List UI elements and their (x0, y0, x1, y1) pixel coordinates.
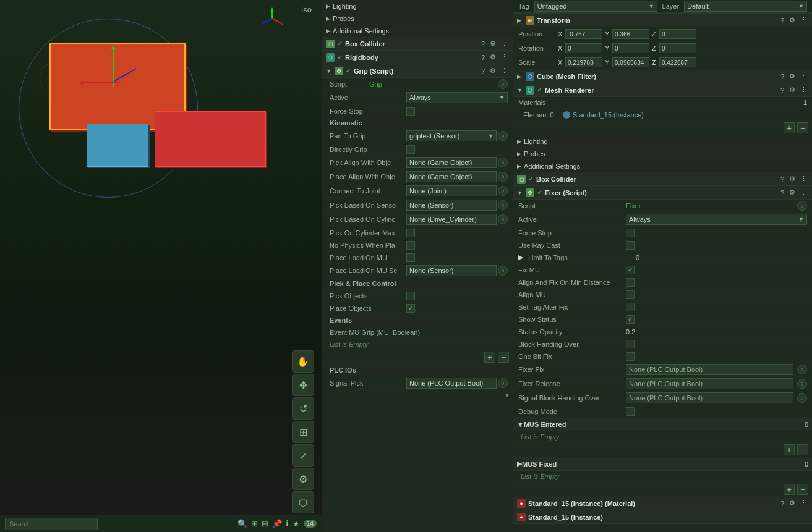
signal-pick-select[interactable]: None (PLC Output Bool) (406, 378, 497, 389)
rigidbody-help[interactable]: ? (480, 53, 486, 62)
scale-z-input[interactable] (659, 57, 696, 67)
section-lighting[interactable]: ▶ Lighting (322, 0, 513, 12)
rp-box-help[interactable]: ? (779, 175, 785, 184)
rp-box-menu[interactable]: ⋮ (799, 174, 808, 184)
fixer-script-circle[interactable]: ○ (797, 201, 807, 211)
tool-rotate[interactable]: ↺ (292, 397, 314, 420)
part-to-grip-select[interactable]: griptest (Sensor) ▼ (406, 130, 497, 141)
tool-rect[interactable]: ⤢ (292, 444, 314, 467)
box-collider-check[interactable]: ✓ (337, 40, 343, 48)
material-bottom-menu[interactable]: ⋮ (799, 499, 808, 508)
rot-x-input[interactable] (565, 43, 602, 53)
pick-cylinder-max-checkbox[interactable] (406, 229, 415, 237)
pick-align-circle[interactable]: ○ (498, 158, 508, 167)
material-bottom2-header[interactable]: ● Standard_15 (Instance) (513, 510, 812, 524)
tool-move[interactable]: ✥ (292, 374, 314, 396)
fixer-one-bit-check[interactable] (626, 352, 635, 361)
rot-y-input[interactable] (612, 43, 649, 53)
fixer-fix-circle[interactable]: ○ (797, 365, 807, 374)
mesh-renderer-header[interactable]: ▼ ⬡ ✓ Mesh Renderer ? ⚙ ⋮ (513, 83, 812, 97)
mesh-renderer-settings[interactable]: ⚙ (788, 85, 797, 95)
signal-block-select[interactable]: None (PLC Output Bool) (626, 392, 793, 403)
mus-fixed-section[interactable]: ▶ MUS Fixed 0 (513, 457, 812, 471)
tool-hand[interactable]: ✋ (292, 350, 314, 373)
material-bottom-help[interactable]: ? (779, 499, 785, 508)
transform-header[interactable]: ▶ ⊕ Transform ? ⚙ ⋮ (513, 14, 812, 27)
mus-fixed-add[interactable]: + (784, 484, 795, 495)
fixer-help[interactable]: ? (779, 188, 785, 197)
grip-menu[interactable]: ⋮ (500, 66, 509, 75)
grip-help[interactable]: ? (480, 67, 486, 75)
place-load-mu-select[interactable]: None (Sensor) (406, 265, 497, 276)
box-collider-header[interactable]: ◻ ✓ Box Collider ? ⚙ ⋮ (322, 37, 513, 51)
pick-sensor-select[interactable]: None (Sensor) (406, 200, 497, 211)
pos-y-input[interactable] (612, 29, 649, 39)
mesh-filter-header[interactable]: ▶ ⬡ Cube (Mesh Filter) ? ⚙ ⋮ (513, 70, 812, 83)
transform-help[interactable]: ? (779, 16, 785, 25)
fixer-ray-cast-check[interactable] (626, 241, 635, 250)
fixer-release-select[interactable]: None (PLC Output Bool) (626, 378, 793, 389)
pos-x-input[interactable] (565, 29, 602, 39)
signal-block-circle[interactable]: ○ (797, 393, 807, 403)
transform-menu[interactable]: ⋮ (799, 15, 808, 25)
icon-grid[interactable]: ⊞ (251, 519, 258, 528)
material-bottom-header[interactable]: ● Standard_15 (Instance) (Material) ? ⚙ … (513, 497, 812, 510)
rp-box-settings[interactable]: ⚙ (788, 174, 797, 184)
fixer-script-header[interactable]: ▼ ⚙ ✓ Fixer (Script) ? ⚙ ⋮ (513, 186, 812, 200)
grip-add-btn[interactable]: + (484, 352, 495, 363)
grip-script-header[interactable]: ▼ ⚙ ✓ Grip (Script) ? ⚙ ⋮ (322, 64, 513, 78)
directly-grip-checkbox[interactable] (406, 145, 415, 154)
mesh-renderer-menu[interactable]: ⋮ (799, 85, 808, 95)
layer-select[interactable]: Default ▼ (684, 1, 807, 12)
box-collider-help[interactable]: ? (480, 40, 486, 48)
tool-hex[interactable]: ⬡ (292, 491, 314, 513)
search-input[interactable] (5, 518, 98, 530)
pick-align-select[interactable]: None (Game Object) (406, 157, 497, 168)
grip-settings[interactable]: ⚙ (489, 66, 497, 75)
rp-probes[interactable]: ▶ Probes (513, 148, 812, 160)
mus-fixed-remove[interactable]: − (797, 484, 808, 495)
pick-cylinder-circle[interactable]: ○ (498, 214, 508, 224)
mus-entered-section[interactable]: ▼ MUS Entered 0 (513, 418, 812, 431)
rigidbody-header[interactable]: ⬡ ✓ Rigidbody ? ⚙ ⋮ (322, 51, 513, 64)
fixer-align-fix-check[interactable] (626, 278, 635, 287)
material-remove-btn[interactable]: − (797, 122, 808, 133)
grip-script-circle[interactable]: ○ (498, 79, 508, 89)
fixer-active-select[interactable]: Always ▼ (626, 214, 807, 225)
fixer-set-tag-check[interactable] (626, 303, 635, 311)
rp-additional[interactable]: ▶ Additional Settings (513, 160, 812, 172)
rigidbody-menu[interactable]: ⋮ (500, 53, 509, 62)
rp-box-collider-header[interactable]: ◻ ✓ Box Collider ? ⚙ ⋮ (513, 172, 812, 186)
no-physics-checkbox[interactable] (406, 241, 415, 250)
mesh-renderer-help[interactable]: ? (779, 86, 785, 95)
icon-zoom[interactable]: 🔍 (237, 519, 247, 528)
box-collider-settings[interactable]: ⚙ (489, 39, 497, 48)
material-add-btn[interactable]: + (784, 122, 795, 133)
mus-entered-remove[interactable]: − (797, 444, 808, 455)
scale-x-input[interactable] (565, 57, 602, 67)
fixer-block-handing-check[interactable] (626, 340, 635, 348)
fixer-force-stop-check[interactable] (626, 229, 635, 237)
grip-force-stop-checkbox[interactable] (406, 107, 415, 116)
fixer-fix-select[interactable]: None (PLC Output Bool) (626, 364, 793, 375)
fixer-fix-mu-check[interactable] (626, 266, 635, 274)
icon-pin[interactable]: 📌 (272, 519, 282, 528)
icon-star[interactable]: ★ (293, 519, 300, 528)
signal-pick-circle[interactable]: ○ (498, 378, 508, 388)
place-load-checkbox[interactable] (406, 253, 415, 262)
place-load-mu-circle[interactable]: ○ (498, 266, 508, 276)
blue-box[interactable] (87, 124, 148, 167)
icon-grid2[interactable]: ⊟ (262, 519, 268, 528)
grip-check[interactable]: ✓ (346, 67, 351, 75)
mus-entered-add[interactable]: + (784, 444, 795, 455)
tool-scale[interactable]: ⊞ (292, 421, 314, 443)
fixer-menu[interactable]: ⋮ (799, 188, 808, 197)
place-objects-checkbox[interactable] (406, 304, 415, 313)
mesh-filter-help[interactable]: ? (779, 72, 785, 81)
rigidbody-settings[interactable]: ⚙ (489, 53, 497, 62)
material-bottom-settings[interactable]: ⚙ (788, 499, 797, 508)
fixer-debug-check[interactable] (626, 407, 635, 416)
connect-joint-select[interactable]: None (Joint) (406, 185, 497, 196)
fixer-release-circle[interactable]: ○ (797, 379, 807, 389)
viewport[interactable]: Iso ✋ ✥ ↺ ⊞ ⤢ ⚙ ⬡ 🔍 ⊞ ⊟ 📌 ℹ ★ 14 (0, 0, 322, 532)
